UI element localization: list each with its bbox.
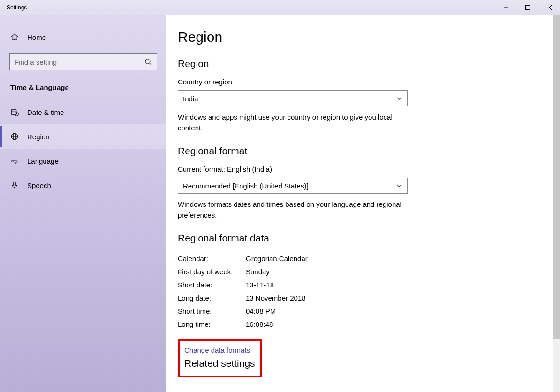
settings-window: Settings Home [0, 0, 560, 392]
svg-point-5 [145, 59, 150, 64]
globe-icon [10, 132, 19, 141]
table-row: First day of week:Sunday [178, 265, 560, 279]
chevron-down-icon [396, 95, 402, 102]
table-row: Calendar:Gregorian Calendar [178, 252, 560, 265]
titlebar: Settings [0, 0, 560, 15]
language-icon: A字 [10, 157, 19, 165]
svg-line-11 [17, 114, 18, 115]
current-format-label: Current format: English (India) [178, 165, 560, 173]
svg-text:字: 字 [14, 160, 18, 164]
nav-label: Region [27, 133, 50, 141]
close-button[interactable] [538, 0, 560, 15]
svg-rect-17 [14, 182, 16, 186]
search-icon [144, 58, 152, 66]
nav-region[interactable]: Region [0, 124, 166, 149]
home-icon [10, 33, 19, 41]
format-description: Windows formats dates and times based on… [178, 199, 412, 220]
nav-label: Speech [27, 181, 51, 189]
page-title: Region [178, 29, 560, 45]
format-data-table: Calendar:Gregorian Calendar First day of… [178, 252, 560, 331]
svg-rect-7 [11, 110, 16, 115]
nav-language[interactable]: A字 Language [0, 149, 166, 173]
format-heading: Regional format [178, 145, 560, 157]
nav-label: Date & time [27, 108, 64, 116]
country-description: Windows and apps might use your country … [178, 112, 412, 133]
sidebar-section-title: Time & Language [0, 70, 166, 100]
scrollbar-thumb[interactable] [553, 15, 560, 339]
format-data-heading: Regional format data [178, 233, 560, 244]
app-title: Settings [0, 4, 27, 11]
sidebar: Home Time & Language Date & time [0, 15, 166, 392]
home-nav[interactable]: Home [0, 28, 166, 46]
related-settings-heading: Related settings [184, 358, 255, 369]
format-dropdown[interactable]: Recommended [English (United States)] [178, 178, 408, 194]
table-row: Short time:04:08 PM [178, 305, 560, 318]
nav-label: Language [27, 157, 59, 165]
highlight-annotation: Change data formats Related settings [178, 339, 262, 377]
format-value: Recommended [English (United States)] [183, 182, 309, 190]
table-row: Long date:13 November 2018 [178, 292, 560, 305]
country-dropdown[interactable]: India [178, 90, 408, 106]
vertical-scrollbar[interactable] [553, 15, 560, 392]
microphone-icon [10, 181, 19, 189]
country-label: Country or region [178, 78, 560, 86]
calendar-clock-icon [10, 108, 19, 116]
minimize-button[interactable] [495, 0, 517, 15]
svg-line-6 [150, 63, 151, 65]
main-content: Region Region Country or region India Wi… [166, 15, 560, 392]
search-box[interactable] [9, 53, 157, 70]
home-label: Home [27, 33, 46, 41]
search-input[interactable] [15, 58, 144, 66]
table-row: Long time:16:08:48 [178, 318, 560, 331]
table-row: Short date:13-11-18 [178, 279, 560, 292]
country-value: India [183, 95, 198, 103]
svg-rect-1 [526, 6, 530, 10]
change-data-formats-link[interactable]: Change data formats [184, 342, 255, 358]
nav-speech[interactable]: Speech [0, 173, 166, 197]
chevron-down-icon [396, 182, 402, 189]
region-heading: Region [178, 58, 560, 69]
svg-text:A: A [11, 158, 14, 163]
nav-date-time[interactable]: Date & time [0, 100, 166, 124]
maximize-button[interactable] [517, 0, 538, 15]
svg-rect-4 [14, 38, 15, 40]
